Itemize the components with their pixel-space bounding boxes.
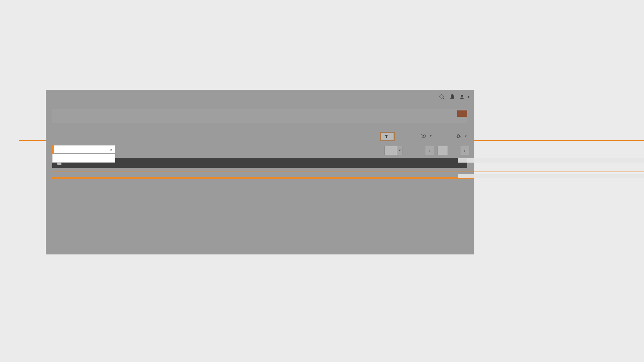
actions-dropdown-toggle[interactable]: ▲ bbox=[52, 145, 115, 154]
gear-icon bbox=[457, 134, 461, 138]
pager-prev-button[interactable]: ‹ bbox=[425, 146, 434, 155]
funnel-icon bbox=[385, 135, 388, 138]
eye-icon bbox=[421, 134, 426, 138]
callout-actions bbox=[458, 158, 644, 163]
search-icon[interactable] bbox=[439, 94, 445, 100]
callout-checkbox bbox=[458, 174, 644, 178]
svg-line-13 bbox=[460, 135, 460, 135]
default-view-button[interactable]: ▼ bbox=[421, 134, 432, 138]
svg-line-10 bbox=[457, 135, 458, 135]
svg-point-0 bbox=[440, 95, 443, 98]
caret-down-icon: ▼ bbox=[464, 135, 467, 138]
grid-toolbar: ▼ ▼ bbox=[52, 133, 467, 142]
actions-dropdown: ▲ bbox=[52, 145, 115, 163]
action-bar bbox=[52, 109, 467, 123]
callout-divider bbox=[52, 172, 644, 172]
filters-button[interactable] bbox=[381, 133, 394, 140]
page-size-input[interactable] bbox=[384, 146, 397, 155]
caret-down-icon: ▼ bbox=[467, 95, 470, 99]
pager-next-button[interactable]: › bbox=[460, 146, 469, 155]
pager-current-input[interactable] bbox=[437, 146, 448, 155]
svg-line-11 bbox=[460, 137, 460, 138]
caret-down-icon: ▼ bbox=[429, 134, 432, 138]
user-icon bbox=[460, 94, 464, 99]
page-size-dropdown[interactable]: ▼ bbox=[397, 146, 403, 155]
notification-icon[interactable] bbox=[450, 94, 455, 100]
actions-item-duplicate[interactable] bbox=[53, 154, 115, 158]
actions-item-delete[interactable] bbox=[53, 158, 115, 162]
caret-up-icon: ▲ bbox=[107, 145, 115, 153]
svg-point-5 bbox=[458, 135, 460, 137]
svg-line-1 bbox=[443, 98, 444, 99]
admin-header: ▼ bbox=[46, 90, 474, 105]
highlighted-rows bbox=[52, 177, 474, 179]
admin-user-menu[interactable]: ▼ bbox=[460, 94, 470, 99]
add-widget-button[interactable] bbox=[457, 110, 467, 117]
svg-point-2 bbox=[461, 95, 463, 97]
svg-line-12 bbox=[457, 137, 458, 138]
svg-point-4 bbox=[423, 135, 424, 137]
actions-dropdown-menu bbox=[52, 154, 115, 163]
columns-button[interactable]: ▼ bbox=[457, 134, 467, 138]
